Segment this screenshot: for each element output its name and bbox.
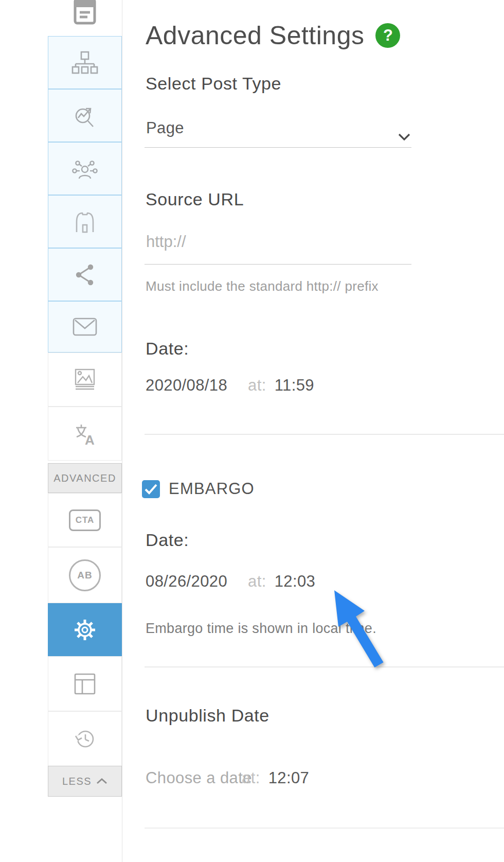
post-type-heading: Select Post Type xyxy=(146,74,281,94)
advanced-settings-panel: A ADVANCED CTA AB xyxy=(0,0,504,862)
trend-chart-icon xyxy=(72,103,98,129)
sidebar-item-ab-test[interactable]: AB xyxy=(48,547,122,603)
unpublish-at-label: at: xyxy=(242,769,260,787)
tool-sidebar: A ADVANCED CTA AB xyxy=(48,0,122,862)
publish-time-value[interactable]: 11:59 xyxy=(275,376,314,395)
basket-icon xyxy=(73,209,97,234)
history-icon xyxy=(71,726,98,752)
email-icon xyxy=(72,317,98,337)
section-divider xyxy=(145,434,504,435)
cta-icon-label: CTA xyxy=(76,515,95,525)
sidebar-less-badge[interactable]: LESS xyxy=(48,766,122,797)
publish-at-label: at: xyxy=(248,376,266,395)
less-badge-label: LESS xyxy=(62,776,92,787)
image-icon xyxy=(73,368,97,392)
audience-network-icon xyxy=(71,157,98,181)
sidebar-item-history[interactable] xyxy=(48,711,122,766)
sidebar-item-performance[interactable] xyxy=(48,89,122,142)
advanced-badge-label: ADVANCED xyxy=(53,472,116,484)
chevron-down-icon xyxy=(398,133,410,140)
cta-icon: CTA xyxy=(69,509,101,531)
sidebar-item-basket[interactable] xyxy=(48,195,122,248)
sidebar-item-note[interactable] xyxy=(48,0,122,36)
embargo-toggle-row: EMBARGO xyxy=(142,480,255,498)
embargo-checkbox[interactable] xyxy=(142,480,160,498)
settings-gear-icon xyxy=(72,617,98,643)
sidebar-item-email[interactable] xyxy=(48,301,122,353)
sidebar-item-image[interactable] xyxy=(48,353,122,407)
source-url-heading: Source URL xyxy=(146,189,244,209)
svg-text:A: A xyxy=(85,432,95,446)
share-icon xyxy=(73,263,97,287)
unpublish-time-value[interactable]: 12:07 xyxy=(268,769,310,787)
sidebar-item-audience[interactable] xyxy=(48,142,122,195)
post-type-select[interactable]: Page xyxy=(146,119,411,137)
publish-date-row: 2020/08/18 at: 11:59 xyxy=(146,376,314,395)
ab-test-icon: AB xyxy=(69,559,101,591)
sidebar-item-share[interactable] xyxy=(48,248,122,301)
embargo-at-label: at: xyxy=(248,572,266,591)
checkmark-icon xyxy=(145,484,157,495)
translate-icon: A xyxy=(73,421,97,446)
section-divider xyxy=(145,828,504,829)
embargo-date-value[interactable]: 08/26/2020 xyxy=(146,572,248,591)
embargo-date-row: 08/26/2020 at: 12:03 xyxy=(146,572,315,591)
embargo-time-value[interactable]: 12:03 xyxy=(275,572,316,591)
source-url-helper: Must include the standard http:// prefix xyxy=(146,278,379,294)
post-type-value: Page xyxy=(146,119,184,137)
unpublish-date-placeholder[interactable]: Choose a date xyxy=(146,769,242,787)
unpublish-date-row: Choose a date at: 12:07 xyxy=(146,769,309,787)
section-divider xyxy=(145,666,504,667)
post-type-underline xyxy=(145,147,411,148)
page-title: Advanced Settings xyxy=(146,21,364,50)
source-url-underline xyxy=(145,264,411,265)
sidebar-advanced-badge[interactable]: ADVANCED xyxy=(48,463,122,493)
chevron-up-icon xyxy=(96,778,107,784)
embargo-helper: Embargo time is shown in local time. xyxy=(146,621,376,637)
sidebar-item-layout[interactable] xyxy=(48,656,122,711)
embargo-date-label: Date: xyxy=(146,530,189,550)
publish-date-label: Date: xyxy=(146,339,189,359)
source-url-input[interactable] xyxy=(146,232,413,252)
sidebar-item-settings[interactable] xyxy=(48,603,122,656)
sidebar-item-cta[interactable]: CTA xyxy=(48,493,122,547)
sidebar-item-translate[interactable]: A xyxy=(48,407,122,461)
layout-icon xyxy=(73,672,97,696)
question-mark-icon[interactable]: ? xyxy=(375,23,400,48)
note-icon xyxy=(73,0,97,26)
page-header: Advanced Settings ? xyxy=(146,21,400,50)
sidebar-item-sitemap[interactable] xyxy=(48,36,122,89)
unpublish-heading: Unpublish Date xyxy=(146,706,269,726)
ab-test-icon-label: AB xyxy=(77,570,92,581)
sitemap-icon xyxy=(71,50,98,75)
publish-date-value[interactable]: 2020/08/18 xyxy=(146,376,248,395)
embargo-label: EMBARGO xyxy=(169,480,255,498)
